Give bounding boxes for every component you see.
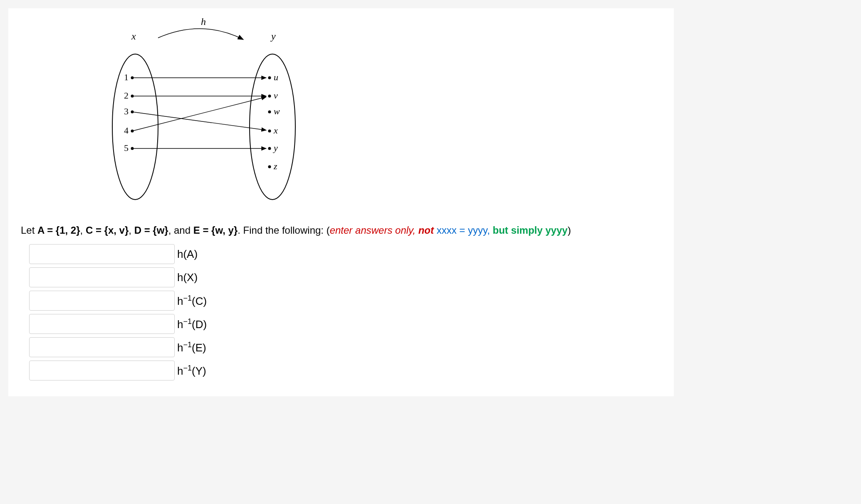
svg-point-9	[268, 111, 271, 114]
domain-element: 4	[124, 125, 129, 136]
codomain-element: y	[273, 143, 278, 153]
mapping-arrow	[132, 97, 266, 131]
answer-input-hinvE[interactable]	[29, 337, 175, 357]
domain-element: 1	[124, 72, 129, 82]
hint-green: but simply yyyy	[493, 225, 568, 236]
svg-point-8	[268, 95, 271, 98]
answer-label: h−1(D)	[177, 317, 207, 331]
hint-blue: xxxx = yyyy,	[434, 225, 493, 236]
content-wrapper: h x y 1 2 3 4 5 u v	[8, 8, 674, 396]
svg-point-12	[268, 166, 271, 168]
answer-label: h(X)	[177, 271, 198, 284]
question-lead: Let	[21, 225, 37, 236]
hint-text: enter answers only,	[330, 225, 418, 236]
mapping-arrow	[132, 112, 266, 130]
answer-input-hinvD[interactable]	[29, 314, 175, 334]
answer-label: h−1(Y)	[177, 364, 206, 378]
question-text: Let A = {1, 2}, C = {x, v}, D = {w}, and…	[21, 223, 661, 238]
set-A: A = {1, 2}	[37, 225, 80, 236]
codomain-ellipse	[250, 54, 295, 200]
answer-input-hA[interactable]	[29, 244, 175, 264]
codomain-element: z	[273, 161, 277, 171]
domain-label: x	[131, 31, 136, 42]
function-arrow	[158, 29, 243, 40]
answer-label: h−1(E)	[177, 341, 206, 354]
answer-input-hinvY[interactable]	[29, 361, 175, 380]
answer-row: h−1(C)	[29, 291, 661, 311]
domain-element: 2	[124, 90, 129, 101]
codomain-label: y	[270, 31, 276, 42]
set-E: E = {w, y}	[193, 225, 238, 236]
answer-row: h(A)	[29, 244, 661, 264]
domain-ellipse	[112, 54, 158, 200]
answer-row: h−1(E)	[29, 337, 661, 357]
answer-input-hX[interactable]	[29, 267, 175, 287]
domain-element: 3	[124, 106, 129, 116]
answer-input-hinvC[interactable]	[29, 291, 175, 311]
hint-not: not	[418, 225, 434, 236]
answer-label: h(A)	[177, 248, 198, 261]
answer-label: h−1(C)	[177, 294, 207, 308]
codomain-element: v	[274, 90, 278, 101]
answer-row: h−1(D)	[29, 314, 661, 334]
set-C: C = {x, v}	[86, 225, 129, 236]
codomain-element: x	[273, 125, 278, 136]
svg-point-11	[268, 147, 271, 150]
codomain-element: w	[274, 106, 280, 116]
answer-row: h(X)	[29, 267, 661, 287]
function-diagram: h x y 1 2 3 4 5 u v	[104, 15, 661, 212]
svg-point-10	[268, 130, 271, 133]
svg-point-7	[268, 77, 271, 79]
set-D: D = {w}	[134, 225, 168, 236]
function-label: h	[201, 16, 206, 27]
answer-row: h−1(Y)	[29, 361, 661, 380]
codomain-element: u	[274, 72, 278, 82]
domain-element: 5	[124, 143, 129, 153]
